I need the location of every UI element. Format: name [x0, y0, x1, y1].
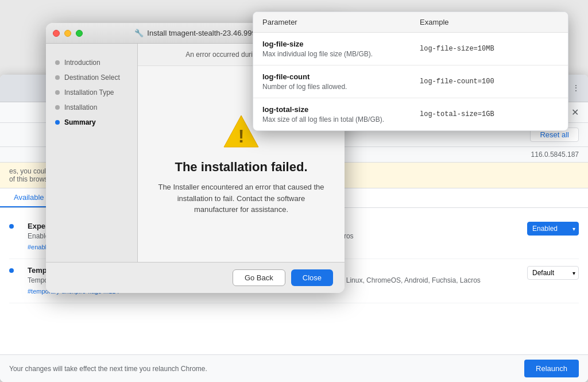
- installer-title-text: Install tmagent-stealth-23.46.999: [147, 29, 256, 37]
- sidebar-step-summary: Summary: [46, 115, 137, 130]
- installer-sidebar: Introduction Destination Select Installa…: [46, 44, 138, 262]
- flag-control-m114: Default Enabled Disabled: [527, 266, 579, 280]
- step-dot-installation: [55, 105, 60, 110]
- flag-select-m114[interactable]: Default Enabled Disabled: [527, 266, 579, 280]
- flag-control-quic: Enabled Disabled Default: [527, 222, 579, 236]
- chrome-version: 116.0.5845.187: [531, 151, 579, 159]
- installer-footer: Go Back Close: [46, 262, 345, 293]
- more-icon[interactable]: ⋮: [571, 83, 581, 94]
- param-cell-name-2: log-total-size Max size of all log files…: [253, 98, 411, 130]
- fail-desc: The Installer encountered an error that …: [155, 182, 327, 215]
- param-cell-name-0: log-file-size Max individual log file si…: [253, 33, 411, 65]
- close-traffic-light[interactable]: [53, 30, 60, 37]
- step-label-installation: Installation: [64, 103, 97, 111]
- flag-dot-quic: [9, 224, 14, 229]
- traffic-lights: [53, 30, 83, 37]
- sidebar-step-installation: Installation: [46, 100, 137, 115]
- close-button[interactable]: Close: [291, 269, 333, 286]
- installer-title: 🔧 Install tmagent-stealth-23.46.999: [134, 29, 256, 37]
- step-label-installation-type: Installation Type: [64, 88, 114, 97]
- param-row-2: log-total-size Max size of all log files…: [253, 98, 568, 130]
- step-dot-introduction: [55, 60, 60, 65]
- fail-title: The installation failed.: [175, 160, 307, 175]
- param-name-2: log-total-size: [262, 105, 401, 114]
- step-dot-installation-type: [55, 90, 60, 95]
- relaunch-button[interactable]: Relaunch: [524, 360, 579, 377]
- chrome-close-button[interactable]: ✕: [571, 107, 579, 118]
- param-example-2: log-total-size=1GB: [411, 98, 568, 130]
- flag-select-wrapper-m114: Default Enabled Disabled: [527, 266, 579, 280]
- param-example-0: log-file-size=10MB: [411, 33, 568, 65]
- param-example-1: log-file-count=100: [411, 65, 568, 98]
- sidebar-step-installation-type: Installation Type: [46, 85, 137, 100]
- svg-text:!: !: [238, 126, 245, 146]
- param-popup: Parameter Example log-file-size Max indi…: [253, 11, 568, 131]
- step-label-destination: Destination Select: [64, 74, 120, 82]
- step-dot-destination: [55, 75, 60, 80]
- chrome-bottom-bar: Your changes will take effect the next t…: [0, 354, 588, 382]
- sidebar-step-introduction: Introduction: [46, 55, 137, 70]
- param-name-1: log-file-count: [262, 72, 401, 81]
- param-row-1: log-file-count Number of log files allow…: [253, 65, 568, 98]
- flag-select-quic[interactable]: Enabled Disabled Default: [527, 222, 579, 236]
- flag-select-wrapper-quic: Enabled Disabled Default: [527, 222, 579, 236]
- param-cell-name-1: log-file-count Number of log files allow…: [253, 65, 411, 98]
- param-desc-0: Max individual log file size (MB/GB).: [262, 50, 401, 58]
- step-label-introduction: Introduction: [64, 59, 100, 67]
- installer-emoji: 🔧: [134, 29, 144, 37]
- step-label-summary: Summary: [64, 118, 96, 126]
- param-name-0: log-file-size: [262, 40, 401, 48]
- step-dot-summary: [55, 120, 60, 125]
- param-desc-1: Number of log files allowed.: [262, 83, 401, 91]
- zoom-traffic-light[interactable]: [76, 30, 83, 37]
- go-back-button[interactable]: Go Back: [233, 269, 285, 286]
- sidebar-step-destination: Destination Select: [46, 70, 137, 85]
- bottom-bar-message: Your changes will take effect the next t…: [9, 365, 207, 373]
- col-header-example: Example: [411, 12, 568, 32]
- flag-dot-m114: [9, 268, 14, 273]
- col-header-parameter: Parameter: [253, 12, 411, 32]
- param-desc-2: Max size of all log files in total (MB/G…: [262, 115, 401, 124]
- param-row-0: log-file-size Max individual log file si…: [253, 33, 568, 65]
- minimize-traffic-light[interactable]: [64, 30, 71, 37]
- param-table-header: Parameter Example: [253, 12, 568, 33]
